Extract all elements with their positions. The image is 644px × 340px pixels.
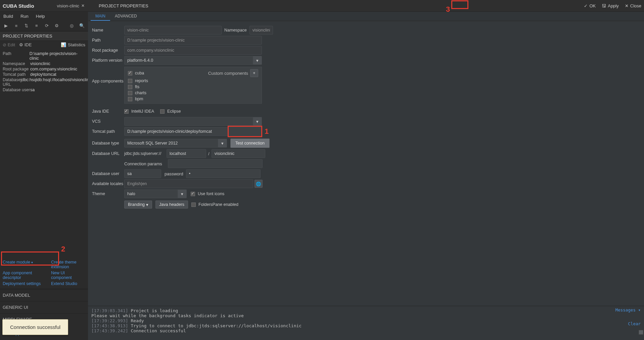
menu-run[interactable]: Run <box>20 14 29 19</box>
tab-advanced[interactable]: ADVANCED <box>110 12 142 21</box>
label-database-user: Database user <box>92 171 124 176</box>
link-create-module[interactable]: Create module▾ <box>3 260 48 269</box>
ok-button[interactable]: ✓ OK <box>584 3 596 8</box>
chk-bpm[interactable]: bpm <box>128 97 258 101</box>
ok-label: OK <box>589 3 596 8</box>
tree-icon[interactable]: ⇅ <box>24 23 29 29</box>
database-type-dropdown[interactable]: ▾ <box>218 139 227 148</box>
panel-title: PROJECT PROPERTIES <box>99 3 148 8</box>
chevron-down-icon: ▾ <box>256 119 259 124</box>
root-package-field <box>124 46 262 55</box>
menu-help[interactable]: Help <box>36 14 45 19</box>
label-available-locales: Available locales <box>92 181 124 186</box>
chk-cuba[interactable]: cuba <box>128 71 144 75</box>
scrollbar-handle[interactable] <box>639 330 643 335</box>
category-generic-ui[interactable]: GENERIC UI <box>0 301 88 313</box>
tomcat-path-field[interactable] <box>124 127 262 136</box>
label-custom-components: Custom components <box>208 71 248 76</box>
java-headers-button[interactable]: Java headers <box>155 201 188 209</box>
database-type-select[interactable] <box>124 139 218 148</box>
link-create-theme[interactable]: Create theme extension <box>51 260 85 269</box>
messages-link[interactable]: Messages ▾ <box>615 307 641 313</box>
chk-folders-pane[interactable]: FoldersPane enabled <box>191 202 238 207</box>
platform-version-select[interactable] <box>124 56 253 65</box>
platform-version-dropdown[interactable]: ▾ <box>253 56 262 65</box>
label-database-url: Database URL <box>92 151 124 156</box>
add-custom-component-button[interactable]: + <box>250 69 258 77</box>
link-extend-studio[interactable]: Extend Studio <box>51 281 85 286</box>
close-button[interactable]: ✕ Close <box>625 3 641 8</box>
link-deployment-settings[interactable]: Deployment settings <box>3 281 48 286</box>
connection-params-field[interactable] <box>168 159 263 168</box>
db-icon[interactable]: ≡ <box>34 23 39 29</box>
apply-button[interactable]: 🖫 Apply <box>602 3 619 8</box>
clear-link[interactable]: Clear <box>628 321 641 326</box>
ide-icon: ⚙ <box>19 42 23 47</box>
name-field[interactable] <box>124 26 222 35</box>
label-app-components: App components <box>92 67 124 83</box>
target-icon[interactable]: ◎ <box>69 23 75 29</box>
test-connection-button[interactable]: Test connection <box>230 138 270 148</box>
save-icon: 🖫 <box>602 3 606 8</box>
vcs-select[interactable] <box>124 117 253 126</box>
ide-button[interactable]: ⚙ IDE <box>19 42 32 47</box>
theme-select[interactable] <box>124 189 178 198</box>
available-locales-field <box>124 179 253 188</box>
category-data-model[interactable]: DATA MODEL <box>0 289 88 301</box>
path-field <box>124 36 262 45</box>
stop-icon[interactable]: ■ <box>13 23 19 29</box>
label-java-ide: Java IDE <box>92 109 124 114</box>
project-tab-label: vision-clinic <box>57 3 79 8</box>
chevron-down-icon: ▾ <box>256 58 259 63</box>
label-tomcat-path: Tomcat path <box>92 129 124 134</box>
link-new-ui-component[interactable]: New UI component <box>51 271 85 280</box>
play-icon[interactable]: ▶ <box>3 23 9 29</box>
chart-icon: 📊 <box>61 42 66 47</box>
check-icon: ✓ <box>584 3 588 8</box>
db-url-separator: / <box>208 151 210 156</box>
chk-use-font-icons[interactable]: Use font icons <box>191 191 224 196</box>
label-theme: Theme <box>92 191 124 196</box>
chevron-down-icon: ▾ <box>638 307 641 313</box>
password-field[interactable] <box>186 169 261 178</box>
locales-globe-button[interactable]: 🌐 <box>255 180 263 188</box>
log-console: [17:39:03.341] Project is loading Please… <box>88 306 644 340</box>
statistics-button[interactable]: 📊 Statistics <box>61 42 85 47</box>
radio-eclipse[interactable]: Eclipse <box>160 109 181 114</box>
label-path: Path <box>92 38 124 43</box>
menu-build[interactable]: Build <box>3 14 13 19</box>
reload-icon[interactable]: ⟳ <box>44 23 49 29</box>
search-icon[interactable]: 🔍 <box>79 23 85 29</box>
globe-icon: 🌐 <box>256 181 261 186</box>
database-user-field[interactable] <box>124 169 161 178</box>
pencil-icon: ⊘ <box>3 42 6 47</box>
db-name-field[interactable] <box>212 149 265 158</box>
label-namespace: Namespace <box>224 28 247 33</box>
connection-toast: Connection successful <box>2 319 68 335</box>
chevron-down-icon: ▾ <box>146 202 148 207</box>
chevron-down-icon: ▾ <box>221 141 224 146</box>
side-properties-list: PathD:\sample projects\vision-clinic Nam… <box>0 49 88 95</box>
label-vcs: VCS <box>92 119 124 124</box>
radio-intellij[interactable]: IntelliJ IDEA <box>124 109 154 114</box>
chk-fts[interactable]: fts <box>128 84 258 89</box>
chk-reports[interactable]: reports <box>128 78 258 83</box>
project-tab[interactable]: vision-clinic ✕ <box>57 3 85 8</box>
label-database-type: Database type <box>92 141 124 146</box>
vcs-dropdown[interactable]: ▾ <box>253 117 262 126</box>
db-host-field[interactable] <box>167 149 206 158</box>
tab-main[interactable]: MAIN <box>91 12 110 21</box>
theme-dropdown[interactable]: ▾ <box>178 189 187 198</box>
label-connection-params: Connection params <box>124 161 168 166</box>
close-icon: ✕ <box>625 3 629 8</box>
chevron-down-icon: ▾ <box>31 261 33 264</box>
edit-button[interactable]: ⊘ Edit <box>3 42 15 47</box>
label-name: Name <box>92 28 124 33</box>
branding-button[interactable]: Branding ▾ <box>124 201 152 209</box>
namespace-field[interactable] <box>249 26 273 35</box>
link-app-comp-desc[interactable]: App component descriptor <box>3 271 48 280</box>
close-icon[interactable]: ✕ <box>81 3 85 8</box>
app-components-box: cuba Custom components + reports fts cha… <box>124 67 262 104</box>
link-icon[interactable]: ⚙ <box>54 23 59 29</box>
chk-charts[interactable]: charts <box>128 91 258 95</box>
